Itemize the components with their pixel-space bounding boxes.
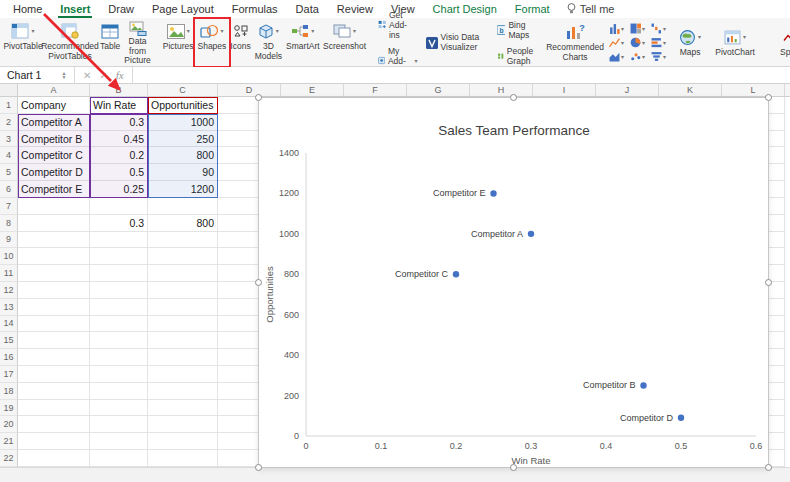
tab-review[interactable]: Review [328,0,382,18]
cell-A11[interactable] [18,265,90,282]
visio-data-visualizer-button[interactable]: Visio Data Visualizer [426,33,489,52]
cell-B18[interactable] [90,383,148,400]
line-chart-button[interactable]: ▾ [609,37,624,48]
icons-button[interactable]: Icons [228,20,252,65]
cell-A1[interactable]: Company [18,97,90,114]
cell-A13[interactable] [18,299,90,316]
chart-selection-handle[interactable] [765,279,772,286]
column-header-L[interactable]: L [722,84,785,96]
tab-chart-design[interactable]: Chart Design [424,0,506,18]
column-header-F[interactable]: F [344,84,407,96]
column-header-B[interactable]: B [90,84,148,96]
row-header-21[interactable]: 21 [0,433,18,450]
chart-selection-handle[interactable] [255,464,262,471]
cell-A21[interactable] [18,433,90,450]
cell-A4[interactable]: Competitor C [18,147,90,164]
column-header-E[interactable]: E [281,84,344,96]
tab-data[interactable]: Data [287,0,328,18]
bing-maps-button[interactable]: b Bing Maps [497,20,538,40]
row-header-16[interactable]: 16 [0,349,18,366]
cell-C15[interactable] [148,332,218,349]
cell-A10[interactable] [18,248,90,265]
waterfall-chart-button[interactable]: ▾ [651,23,666,34]
tab-formulas[interactable]: Formulas [223,0,287,18]
cell-B15[interactable] [90,332,148,349]
row-header-7[interactable]: 7 [0,198,18,215]
column-header-J[interactable]: J [596,84,659,96]
row-header-9[interactable]: 9 [0,232,18,249]
cell-C12[interactable] [148,282,218,299]
cell-C17[interactable] [148,366,218,383]
funnel-chart-button[interactable]: ▾ [651,51,666,62]
cell-A2[interactable]: Competitor A [18,114,90,131]
chart-selection-handle[interactable] [510,94,517,101]
cell-C6[interactable]: 1200 [148,181,218,198]
column-header-G[interactable]: G [407,84,470,96]
tab-home[interactable]: Home [4,0,51,18]
cell-A6[interactable]: Competitor E [18,181,90,198]
pivotchart-button[interactable]: ▾ PivotChart [710,26,760,59]
tab-insert[interactable]: Insert [51,0,99,18]
data-from-picture-button[interactable]: Data from Picture [122,20,152,65]
column-header-D[interactable]: D [218,84,281,96]
cell-C19[interactable] [148,400,218,417]
people-graph-button[interactable]: People Graph [497,46,538,66]
chart-selection-handle[interactable] [255,279,262,286]
name-box-stepper[interactable]: ▲▼ [58,71,70,79]
sparkline-button[interactable]: Spark [775,26,790,59]
cell-B7[interactable] [90,198,148,215]
cell-C18[interactable] [148,383,218,400]
recommended-charts-button[interactable]: ? Recommended Charts [548,21,602,63]
3d-models-button[interactable]: ▾ 3D Models [253,20,284,65]
row-header-2[interactable]: 2 [0,114,18,131]
row-header-6[interactable]: 6 [0,181,18,198]
pictures-button[interactable]: ▾ Pictures [161,20,196,65]
cell-C4[interactable]: 800 [148,147,218,164]
maps-button[interactable]: ▾ Maps [673,26,707,59]
cell-C20[interactable] [148,416,218,433]
smartart-button[interactable]: ▾ SmartArt [284,20,322,65]
cell-C16[interactable] [148,349,218,366]
cell-A7[interactable] [18,198,90,215]
insert-function-icon[interactable]: fx [116,69,124,81]
cell-C10[interactable] [148,248,218,265]
cell-A12[interactable] [18,282,90,299]
chart-overlay[interactable]: Sales Team Performance00.10.20.30.40.50.… [258,97,769,468]
row-header-10[interactable]: 10 [0,248,18,265]
tab-page-layout[interactable]: Page Layout [143,0,223,18]
cell-C8[interactable]: 800 [148,215,218,232]
cell-C1[interactable]: Opportunities [148,97,218,114]
name-box[interactable]: Chart 1 [0,67,58,84]
recommended-pivottables-button[interactable]: Recommended PivotTables [42,20,98,65]
row-header-17[interactable]: 17 [0,366,18,383]
cell-A17[interactable] [18,366,90,383]
select-all-corner[interactable] [0,84,18,96]
column-header-H[interactable]: H [470,84,533,96]
cell-B6[interactable]: 0.25 [90,181,148,198]
cell-B3[interactable]: 0.45 [90,131,148,148]
column-header-C[interactable]: C [148,84,218,96]
enter-icon[interactable]: ✓ [99,70,107,81]
row-header-18[interactable]: 18 [0,383,18,400]
cell-B22[interactable] [90,450,148,467]
chart-selection-handle[interactable] [255,94,262,101]
cell-A20[interactable] [18,416,90,433]
cell-C2[interactable]: 1000 [148,114,218,131]
cell-B9[interactable] [90,232,148,249]
cell-A19[interactable] [18,400,90,417]
cell-B14[interactable] [90,316,148,333]
cell-A8[interactable] [18,215,90,232]
row-header-19[interactable]: 19 [0,400,18,417]
cell-C11[interactable] [148,265,218,282]
chart-selection-handle[interactable] [765,94,772,101]
tab-format[interactable]: Format [506,0,559,18]
pie-chart-button[interactable]: ▾ [630,37,645,48]
cell-B17[interactable] [90,366,148,383]
shapes-button[interactable]: ▾ Shapes [196,20,229,65]
row-header-11[interactable]: 11 [0,265,18,282]
cell-B16[interactable] [90,349,148,366]
cell-B5[interactable]: 0.5 [90,164,148,181]
area-chart-button[interactable]: ▾ [609,51,624,62]
column-header-A[interactable]: A [18,84,90,96]
cell-C7[interactable] [148,198,218,215]
